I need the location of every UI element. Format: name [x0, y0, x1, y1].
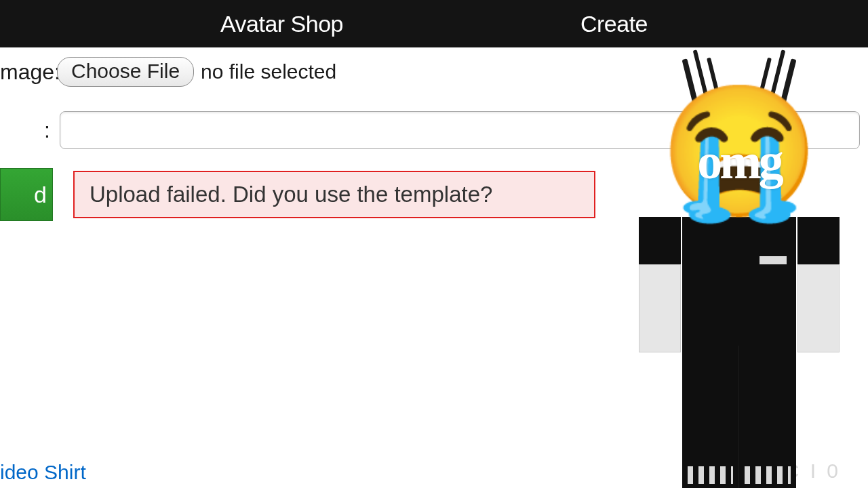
shoe-icon — [745, 466, 791, 484]
file-selected-status: no file selected — [201, 60, 336, 83]
shirt-tag-icon — [760, 256, 787, 264]
avatar-legs — [682, 346, 796, 488]
avatar-overlay: 😭 omg — [631, 58, 848, 485]
avatar-right-arm — [797, 217, 840, 352]
choose-file-button[interactable]: Choose File — [57, 57, 194, 87]
upload-button-label: d — [34, 182, 47, 208]
nav-tab-avatar-shop[interactable]: Avatar Shop — [220, 11, 343, 37]
upload-button[interactable]: d — [0, 168, 53, 221]
avatar-torso — [682, 217, 796, 346]
avatar-left-arm — [639, 217, 681, 352]
nav-tab-create[interactable]: Create — [580, 11, 648, 37]
avatar-body — [631, 217, 848, 488]
upload-error-message: Upload failed. Did you use the template? — [73, 171, 595, 218]
item-link[interactable]: ideo Shirt — [0, 461, 86, 484]
shoe-icon — [688, 466, 733, 484]
omg-text: omg — [697, 133, 781, 190]
label-name: : — [0, 118, 60, 143]
top-nav: Avatar Shop Create — [0, 0, 868, 47]
label-image: mage: — [0, 60, 57, 85]
